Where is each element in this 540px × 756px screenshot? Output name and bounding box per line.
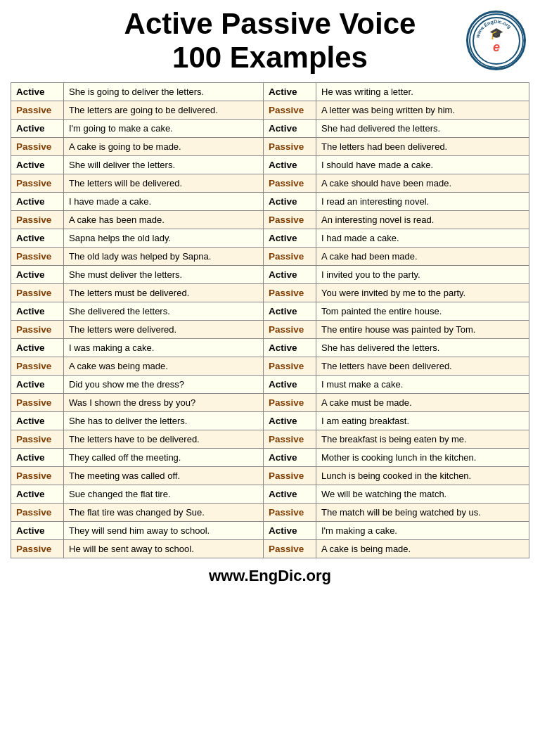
left-label: Active [11, 521, 64, 539]
left-text: I was making a cake. [64, 338, 264, 357]
right-text: A cake should have been made. [316, 174, 529, 192]
left-text: Sapna helps the old lady. [64, 229, 264, 247]
right-label: Passive [264, 430, 316, 448]
left-label: Passive [11, 137, 64, 155]
left-text: They called off the meeting. [64, 448, 264, 466]
right-text: She has delivered the letters. [316, 338, 529, 357]
left-label: Active [11, 302, 64, 320]
right-text: I invited you to the party. [316, 265, 529, 283]
left-label: Passive [11, 539, 64, 558]
right-text: I read an interesting novel. [316, 192, 529, 210]
examples-table: Active She is going to deliver the lette… [11, 82, 529, 558]
left-text: The letters were delivered. [64, 320, 264, 338]
right-text: A cake must be made. [316, 393, 529, 411]
left-label: Passive [11, 283, 64, 302]
left-label: Passive [11, 503, 64, 521]
right-label: Active [264, 521, 316, 539]
right-text: The entire house was painted by Tom. [316, 320, 529, 338]
right-label: Active [264, 448, 316, 466]
right-text: I had made a cake. [316, 229, 529, 247]
right-text: I must make a cake. [316, 375, 529, 393]
left-text: She will deliver the letters. [64, 155, 264, 174]
right-label: Passive [264, 210, 316, 229]
left-text: I have made a cake. [64, 192, 264, 210]
left-text: The letters are going to be delivered. [64, 101, 264, 119]
left-label: Passive [11, 247, 64, 265]
left-label: Active [11, 448, 64, 466]
left-text: He will be sent away to school. [64, 539, 264, 558]
right-text: Lunch is being cooked in the kitchen. [316, 466, 529, 485]
left-text: Did you show me the dress? [64, 375, 264, 393]
left-text: Was I shown the dress by you? [64, 393, 264, 411]
right-text: Tom painted the entire house. [316, 302, 529, 320]
right-label: Passive [264, 393, 316, 411]
logo: www.EngDic.org 🎓 e [466, 11, 526, 70]
left-label: Active [11, 82, 64, 101]
right-text: We will be watching the match. [316, 485, 529, 503]
right-label: Passive [264, 539, 316, 558]
right-label: Passive [264, 247, 316, 265]
left-label: Active [11, 229, 64, 247]
left-text: A cake was being made. [64, 357, 264, 375]
right-text: A letter was being written by him. [316, 101, 529, 119]
left-label: Passive [11, 466, 64, 485]
right-text: An interesting novel is read. [316, 210, 529, 229]
left-label: Passive [11, 357, 64, 375]
left-text: The old lady was helped by Sapna. [64, 247, 264, 265]
left-label: Passive [11, 320, 64, 338]
left-label: Active [11, 155, 64, 174]
left-text: The meeting was called off. [64, 466, 264, 485]
left-text: The letters have to be delivered. [64, 430, 264, 448]
right-label: Passive [264, 101, 316, 119]
right-label: Passive [264, 466, 316, 485]
left-text: Sue changed the flat tire. [64, 485, 264, 503]
right-text: The breakfast is being eaten by me. [316, 430, 529, 448]
footer: www.EngDic.org [11, 567, 529, 585]
left-text: They will send him away to school. [64, 521, 264, 539]
right-label: Active [264, 302, 316, 320]
right-label: Active [264, 229, 316, 247]
left-label: Active [11, 265, 64, 283]
svg-text:🎓: 🎓 [489, 27, 503, 40]
right-label: Passive [264, 503, 316, 521]
right-text: I am eating breakfast. [316, 411, 529, 430]
right-label: Active [264, 82, 316, 101]
left-text: She delivered the letters. [64, 302, 264, 320]
right-label: Active [264, 338, 316, 357]
right-text: A cake is being made. [316, 539, 529, 558]
right-text: You were invited by me to the party. [316, 283, 529, 302]
right-text: A cake had been made. [316, 247, 529, 265]
left-label: Active [11, 192, 64, 210]
left-text: She is going to deliver the letters. [64, 82, 264, 101]
right-text: The match will be being watched by us. [316, 503, 529, 521]
svg-text:e: e [492, 40, 499, 54]
right-label: Active [264, 155, 316, 174]
right-text: He was writing a letter. [316, 82, 529, 101]
right-label: Active [264, 119, 316, 137]
left-text: A cake is going to be made. [64, 137, 264, 155]
left-text: She has to deliver the letters. [64, 411, 264, 430]
left-text: I'm going to make a cake. [64, 119, 264, 137]
left-text: A cake has been made. [64, 210, 264, 229]
left-label: Active [11, 338, 64, 357]
right-label: Active [264, 192, 316, 210]
right-label: Passive [264, 320, 316, 338]
right-label: Passive [264, 283, 316, 302]
right-text: I'm making a cake. [316, 521, 529, 539]
right-label: Passive [264, 137, 316, 155]
left-text: The letters must be delivered. [64, 283, 264, 302]
right-text: The letters have been delivered. [316, 357, 529, 375]
page-header: Active Passive Voice 100 Examples www.En… [11, 7, 529, 75]
page-title: Active Passive Voice 100 Examples [11, 7, 529, 75]
right-text: I should have made a cake. [316, 155, 529, 174]
right-label: Active [264, 485, 316, 503]
left-label: Passive [11, 393, 64, 411]
right-label: Active [264, 375, 316, 393]
left-label: Active [11, 119, 64, 137]
left-label: Passive [11, 210, 64, 229]
left-label: Active [11, 485, 64, 503]
left-label: Passive [11, 430, 64, 448]
left-label: Passive [11, 101, 64, 119]
right-text: The letters had been delivered. [316, 137, 529, 155]
left-text: The letters will be delivered. [64, 174, 264, 192]
